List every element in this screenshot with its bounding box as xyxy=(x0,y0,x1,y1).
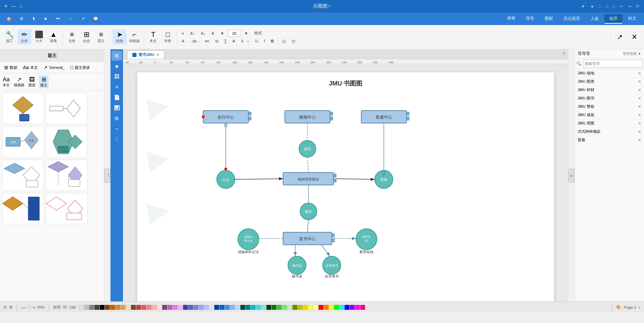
color-swatch-26[interactable] xyxy=(214,305,219,310)
list-item-remove-6[interactable]: ✕ xyxy=(638,121,641,126)
color-swatch-cyan[interactable] xyxy=(339,305,344,310)
fmt-box1[interactable]: ◱ xyxy=(280,38,288,45)
menu-tucai[interactable]: 图财 xyxy=(540,14,558,24)
zoom-level[interactable]: 70% xyxy=(37,305,44,309)
color-swatch-41[interactable] xyxy=(292,305,297,310)
color-swatch-39[interactable] xyxy=(282,305,287,310)
page-add-icon[interactable]: + xyxy=(638,305,641,309)
list-item-remove-3[interactable]: ✕ xyxy=(638,96,641,101)
tool-zuoxiang[interactable]: ✏ 左祥 xyxy=(17,30,31,45)
right-list-item-1[interactable]: JMU 图类 ✕ xyxy=(575,78,644,86)
shape-thumb-8[interactable] xyxy=(46,193,88,224)
tool-close[interactable]: ✕ xyxy=(627,32,641,42)
fmt-strike-x2[interactable]: X xyxy=(239,38,246,44)
color-swatch-1[interactable] xyxy=(84,305,89,310)
color-swatch-22[interactable] xyxy=(193,305,198,310)
win-ctrl1[interactable]: □ xyxy=(597,3,602,9)
li-more-icon[interactable]: ⋮ xyxy=(112,134,122,144)
right-panel-filter[interactable]: 导导导类 ▼ xyxy=(623,51,641,56)
fmt-font-dropdown[interactable]: ▼ xyxy=(218,30,226,37)
shape-thumb-5[interactable] xyxy=(2,160,44,191)
color-swatch-19[interactable] xyxy=(178,305,183,310)
color-swatch-14[interactable] xyxy=(152,305,157,310)
li-connect-icon[interactable]: ↔ xyxy=(112,124,122,134)
fmt-box2[interactable]: ◰ xyxy=(289,38,298,45)
li-select-icon[interactable]: ◈ xyxy=(112,61,122,71)
color-swatch-12[interactable] xyxy=(141,305,146,310)
dropdown-btn[interactable]: ▼ xyxy=(580,3,586,9)
color-swatch-31[interactable] xyxy=(240,305,245,310)
color-swatch-24[interactable] xyxy=(204,305,209,310)
menu-yuandianmianye[interactable]: 员点面页 xyxy=(559,14,585,24)
color-swatch-25[interactable] xyxy=(209,305,214,310)
color-swatch-6[interactable] xyxy=(110,305,115,310)
color-swatch-15[interactable] xyxy=(157,305,162,310)
color-swatch-38[interactable] xyxy=(277,305,282,310)
fmt-strike-x[interactable]: X xyxy=(230,38,237,44)
left-panel-collapse-btn[interactable]: 《 xyxy=(104,169,110,183)
color-swatch-5[interactable] xyxy=(105,305,110,310)
menu-settings-icon[interactable]: ⚙ xyxy=(16,15,27,23)
tool-shape[interactable]: □ 对形 xyxy=(161,30,175,45)
color-swatch-8[interactable] xyxy=(121,305,125,310)
color-swatch-21[interactable] xyxy=(188,305,193,310)
close-btn[interactable]: ✕ xyxy=(3,4,8,9)
color-picker-icon[interactable]: 🎨 xyxy=(616,305,621,309)
tool-linejump[interactable]: ⌐ 转线跳 xyxy=(127,30,142,45)
fmt-bold-b[interactable]: B xyxy=(269,38,276,44)
color-swatch-18[interactable] xyxy=(173,305,177,310)
shape-cat-general[interactable]: ↗ General_ xyxy=(41,64,67,71)
shape-cat-data[interactable]: ⊞ 数据 xyxy=(2,64,19,71)
color-swatch-42[interactable] xyxy=(298,305,303,310)
shape-thumb-3[interactable]: 文本 文本 xyxy=(2,126,44,158)
color-swatch-yellow[interactable] xyxy=(329,305,334,310)
list-item-remove-2[interactable]: ✕ xyxy=(638,88,641,92)
tool-text[interactable]: T 本文 xyxy=(146,30,160,45)
color-swatch-2[interactable] xyxy=(89,305,94,310)
shape-type-line[interactable]: ↗ 线跳跳 xyxy=(13,75,25,88)
li-shapes-icon[interactable]: ⊞ xyxy=(112,51,122,60)
right-list-item-3[interactable]: JMU 图书 ✕ xyxy=(575,94,644,103)
color-swatch-20[interactable] xyxy=(183,305,188,310)
refresh-btn[interactable]: ⟳ xyxy=(635,3,641,9)
color-swatch-32[interactable] xyxy=(246,305,250,310)
color-swatch-16[interactable] xyxy=(162,305,167,310)
menu-daodao[interactable]: 导导 xyxy=(521,14,539,24)
color-swatch-13[interactable] xyxy=(147,305,151,310)
color-swatch-30[interactable] xyxy=(235,305,240,310)
shape-thumb-7[interactable] xyxy=(2,193,44,224)
right-list-item-6[interactable]: JMU 用图 ✕ xyxy=(575,119,644,128)
back-btn[interactable]: ◄ xyxy=(588,3,595,9)
color-swatch-magenta[interactable] xyxy=(355,305,360,310)
right-list-item-0[interactable]: JMU 场地 ✕ xyxy=(575,69,644,78)
color-swatch-green[interactable] xyxy=(334,305,339,310)
menu-star-icon[interactable]: ★ xyxy=(40,15,51,23)
color-swatch-36[interactable] xyxy=(266,305,271,310)
shape-type-theme[interactable]: ⊞ 题主 xyxy=(39,75,49,88)
status-expand-icon[interactable]: ⊞ xyxy=(9,305,13,309)
menu-renyi[interactable]: 人益 xyxy=(586,14,604,24)
color-swatch-43[interactable] xyxy=(303,305,308,310)
canvas-tab-close[interactable]: ✕ xyxy=(156,53,159,57)
right-list-item-8[interactable]: 晋最 ✕ xyxy=(575,136,644,144)
status-fit-icon[interactable]: ⊡ xyxy=(3,305,7,309)
fmt-italic-i[interactable]: I xyxy=(262,38,267,44)
list-item-remove-8[interactable]: ✕ xyxy=(638,138,641,143)
fmt-increase-icon[interactable]: A↑ xyxy=(188,30,197,37)
li-table-icon[interactable]: ⊞ xyxy=(112,113,122,123)
fmt-tilde[interactable]: ̶ xyxy=(247,38,252,45)
li-layer-icon[interactable]: ≡ xyxy=(112,82,122,92)
font-size-input[interactable] xyxy=(228,30,240,37)
shape-cat-text[interactable]: Aa 本文 xyxy=(21,64,40,71)
fmt-underline-u[interactable]: U xyxy=(253,38,261,44)
color-swatch-purple[interactable] xyxy=(350,305,355,310)
menu-cunwen[interactable]: 村文 xyxy=(623,14,641,24)
right-panel-collapse-btn[interactable]: » xyxy=(568,169,575,183)
li-page-icon[interactable]: 📄 xyxy=(112,92,122,102)
list-item-remove-4[interactable]: ✕ xyxy=(638,104,641,109)
tool-place[interactable]: ≡ 置立 xyxy=(94,30,108,45)
tool-pointer[interactable]: ↗ xyxy=(613,32,627,42)
color-swatch-34[interactable] xyxy=(256,305,261,310)
fmt-decrease-icon[interactable]: A↓ xyxy=(198,30,208,37)
li-image-icon[interactable]: 🖼 xyxy=(112,72,122,81)
